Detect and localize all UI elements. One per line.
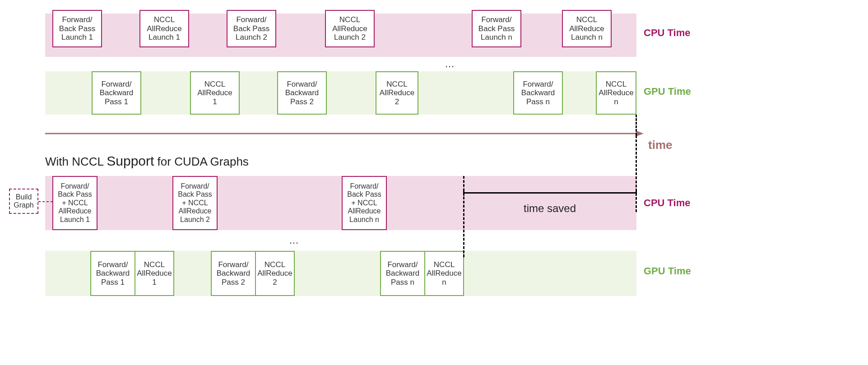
bottom-gpu-box-6: NCCLAllReducen <box>424 251 464 296</box>
time-saved-label: time saved <box>518 202 581 215</box>
diagram-canvas: Forward/Back PassLaunch 1 NCCLAllReduceL… <box>0 0 868 365</box>
dashed-saved-end <box>636 135 637 212</box>
dashed-end-line-top <box>636 115 637 135</box>
build-graph-connector <box>38 199 54 204</box>
time-axis-arrow <box>45 129 645 138</box>
bottom-ellipsis: … <box>289 235 299 246</box>
top-gpu-box-5: Forward/BackwardPass n <box>513 71 563 115</box>
time-saved-tick-left <box>463 189 464 196</box>
top-cpu-box-5: Forward/Back PassLaunch n <box>472 10 521 47</box>
bottom-cpu-box-1: Forward/Back Pass+ NCCLAllReduceLaunch 1 <box>52 176 97 230</box>
top-gpu-box-2: NCCLAllReduce1 <box>190 71 240 115</box>
top-gpu-box-6: NCCLAllReducen <box>596 71 636 115</box>
svg-marker-1 <box>636 131 644 136</box>
top-cpu-box-1: Forward/Back PassLaunch 1 <box>52 10 102 47</box>
bottom-cpu-box-3: Forward/Back Pass+ NCCLAllReduceLaunch n <box>342 176 387 230</box>
top-cpu-time-label: CPU Time <box>644 27 691 39</box>
top-cpu-box-6: NCCLAllReduceLaunch n <box>562 10 612 47</box>
time-axis-label: time <box>648 138 672 152</box>
bottom-gpu-time-label: GPU Time <box>644 265 691 277</box>
top-gpu-box-1: Forward/BackwardPass 1 <box>92 71 141 115</box>
top-cpu-box-2: NCCLAllReduceLaunch 1 <box>139 10 189 47</box>
section-title: With NCCL Support for CUDA Graphs <box>45 153 249 169</box>
build-graph-box: BuildGraph <box>9 189 38 214</box>
bottom-gpu-box-5: Forward/BackwardPass n <box>380 251 425 296</box>
bottom-gpu-box-2: NCCLAllReduce1 <box>135 251 174 296</box>
bottom-gpu-box-3: Forward/BackwardPass 2 <box>211 251 256 296</box>
bottom-gpu-box-1: Forward/BackwardPass 1 <box>90 251 135 296</box>
time-saved-bracket <box>464 192 636 194</box>
bottom-cpu-box-2: Forward/Back Pass+ NCCLAllReduceLaunch 2 <box>172 176 218 230</box>
top-cpu-box-4: NCCLAllReduceLaunch 2 <box>325 10 375 47</box>
top-ellipsis: … <box>445 58 455 70</box>
dashed-saved-start <box>463 176 464 257</box>
top-cpu-box-3: Forward/Back PassLaunch 2 <box>227 10 276 47</box>
top-gpu-time-label: GPU Time <box>644 86 691 97</box>
top-gpu-box-3: Forward/BackwardPass 2 <box>277 71 327 115</box>
time-saved-tick-right <box>636 189 637 196</box>
top-gpu-box-4: NCCLAllReduce2 <box>376 71 418 115</box>
bottom-cpu-time-label: CPU Time <box>644 197 691 209</box>
bottom-gpu-box-4: NCCLAllReduce2 <box>255 251 295 296</box>
